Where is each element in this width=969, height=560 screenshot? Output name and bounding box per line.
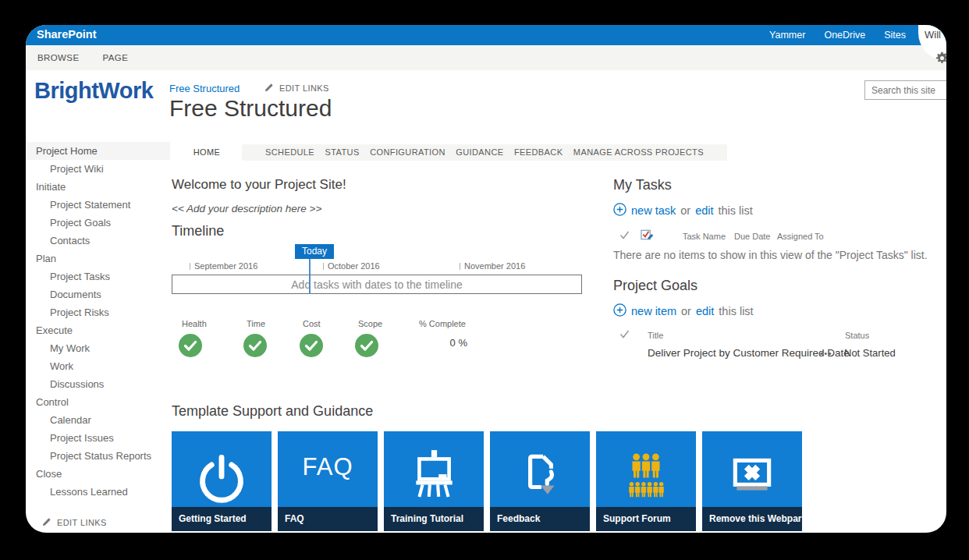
column-title[interactable]: Title — [648, 331, 663, 340]
tile-label: Getting Started — [179, 513, 247, 524]
sidebar-item-lessons-learned[interactable]: Lessons Learned — [26, 483, 170, 501]
suite-link-yammer[interactable]: Yammer — [769, 30, 805, 41]
document-arrow-icon — [514, 448, 566, 503]
sidebar-item-control[interactable]: Control — [26, 393, 170, 411]
check-column-icon[interactable] — [619, 330, 630, 340]
new-item-link[interactable]: new item — [631, 305, 676, 317]
edit-links-label: EDIT LINKS — [279, 83, 329, 93]
tab-guidance[interactable]: GUIDANCE — [456, 144, 503, 161]
my-tasks-empty-message: There are no items to show in this view … — [613, 249, 928, 261]
sidebar-item-calendar[interactable]: Calendar — [26, 411, 170, 429]
support-heading: Template Support and Guidance — [172, 403, 373, 420]
ribbon-bar: BROWSE PAGE — [26, 45, 946, 70]
edit-links-label: EDIT LINKS — [57, 518, 107, 527]
column-assigned-to[interactable]: Assigned To — [777, 232, 824, 241]
this-list-text: this list — [719, 305, 753, 317]
sidebar-item-project-tasks[interactable]: Project Tasks — [26, 268, 170, 285]
tile-support-forum[interactable]: Support Forum — [596, 431, 696, 531]
page-tabs: HOME SCHEDULE STATUS CONFIGURATION GUIDA… — [172, 144, 727, 161]
easel-icon — [408, 447, 460, 502]
or-text: or — [680, 204, 690, 217]
sidebar-item-initiate[interactable]: Initiate — [26, 178, 170, 196]
timeline-tick — [190, 263, 190, 270]
page-tabs-group: SCHEDULE STATUS CONFIGURATION GUIDANCE F… — [242, 144, 727, 161]
tile-feedback[interactable]: Feedback — [490, 431, 590, 531]
edit-links-header[interactable]: EDIT LINKS — [264, 83, 329, 94]
check-column-icon[interactable] — [619, 231, 630, 241]
timeline-tick — [323, 263, 324, 270]
edit-links-sidebar[interactable]: EDIT LINKS — [42, 517, 107, 528]
sidebar-item-project-wiki[interactable]: Project Wiki — [26, 160, 170, 178]
tab-schedule[interactable]: SCHEDULE — [265, 144, 314, 161]
timeline-month-september: September 2016 — [194, 261, 257, 271]
support-tiles: Getting Started FAQ FAQ Trai — [172, 431, 802, 531]
timeline-today-line — [309, 257, 311, 294]
metric-cost-label: Cost — [303, 319, 354, 328]
sidebar-item-project-statement[interactable]: Project Statement — [26, 196, 170, 214]
or-text: or — [681, 305, 691, 317]
timeline-month-november: November 2016 — [464, 261, 525, 271]
page-title: Free Structured — [169, 95, 332, 122]
tab-configuration[interactable]: CONFIGURATION — [370, 144, 445, 161]
suite-link-sites[interactable]: Sites — [884, 30, 906, 41]
edit-list-link[interactable]: edit — [695, 204, 713, 217]
sharepoint-brand: SharePoint — [37, 28, 97, 41]
power-icon — [195, 452, 248, 508]
project-goals-new-row: new item or edit this list — [613, 303, 754, 319]
sidebar-item-project-risks[interactable]: Project Risks — [26, 303, 170, 321]
tile-label: FAQ — [285, 513, 304, 524]
site-description: << Add your description here >> — [172, 203, 321, 214]
tile-remove-webpart[interactable]: Remove this Webpart — [702, 431, 802, 531]
welcome-heading: Welcome to your Project Site! — [172, 177, 346, 193]
edit-list-link[interactable]: edit — [696, 305, 714, 317]
task-type-column-icon[interactable] — [641, 228, 654, 243]
ribbon-tab-page[interactable]: PAGE — [103, 53, 129, 62]
sidebar-item-project-goals[interactable]: Project Goals — [26, 214, 170, 232]
tile-label: Remove this Webpart — [709, 513, 802, 524]
sidebar-item-project-status-reports[interactable]: Project Status Reports — [26, 447, 170, 465]
circled-plus-icon — [613, 203, 626, 218]
metric-time: Time — [243, 319, 298, 360]
suite-link-onedrive[interactable]: OneDrive — [824, 30, 865, 41]
tile-training-tutorial[interactable]: Training Tutorial — [384, 431, 484, 531]
sidebar-item-documents[interactable]: Documents — [26, 285, 170, 303]
timeline-empty-bar: Add tasks with dates to the timeline — [172, 275, 582, 294]
new-task-link[interactable]: new task — [631, 204, 676, 217]
suite-bar: SharePoint Yammer OneDrive Sites — [26, 25, 946, 45]
tab-status[interactable]: STATUS — [325, 144, 360, 161]
sidebar-item-project-issues[interactable]: Project Issues — [26, 429, 170, 447]
tab-feedback[interactable]: FEEDBACK — [514, 144, 563, 161]
circled-plus-icon — [613, 303, 626, 319]
sidebar-item-plan[interactable]: Plan — [26, 250, 170, 268]
column-due-date[interactable]: Due Date — [734, 232, 770, 241]
metric-health-label: Health — [182, 319, 233, 328]
sidebar-item-project-home[interactable]: Project Home — [26, 142, 170, 160]
user-menu[interactable]: Will — [925, 29, 946, 41]
sidebar-item-my-work[interactable]: My Work — [26, 339, 170, 357]
timeline-today-flag: Today — [295, 244, 334, 259]
gear-icon[interactable] — [935, 51, 946, 68]
column-status[interactable]: Status — [845, 331, 869, 340]
sidebar-nav: Project Home Project Wiki Initiate Proje… — [26, 142, 170, 501]
sidebar-item-discussions[interactable]: Discussions — [26, 375, 170, 393]
sidebar-item-contacts[interactable]: Contacts — [26, 232, 170, 250]
breadcrumb[interactable]: Free Structured — [169, 83, 240, 94]
sidebar-item-execute[interactable]: Execute — [26, 321, 170, 339]
faq-text-icon: FAQ — [278, 453, 378, 481]
goal-row-status: Not Started — [844, 347, 896, 359]
sidebar-item-close[interactable]: Close — [26, 465, 170, 483]
ribbon-tab-browse[interactable]: BROWSE — [37, 53, 80, 62]
column-task-name[interactable]: Task Name — [683, 232, 726, 241]
tab-home[interactable]: HOME — [172, 144, 242, 161]
close-frame-icon — [726, 450, 778, 505]
people-icon — [620, 450, 672, 505]
tile-faq[interactable]: FAQ FAQ — [278, 431, 378, 531]
my-tasks-heading: My Tasks — [613, 177, 672, 193]
time-check-icon — [243, 334, 298, 360]
search-input[interactable] — [864, 80, 946, 100]
tab-manage-across-projects[interactable]: MANAGE ACROSS PROJECTS — [573, 144, 704, 161]
sidebar-item-work[interactable]: Work — [26, 357, 170, 375]
project-goals-heading: Project Goals — [613, 278, 697, 294]
goal-row-ellipsis-menu[interactable]: ••• — [820, 349, 833, 358]
tile-getting-started[interactable]: Getting Started — [172, 431, 272, 531]
